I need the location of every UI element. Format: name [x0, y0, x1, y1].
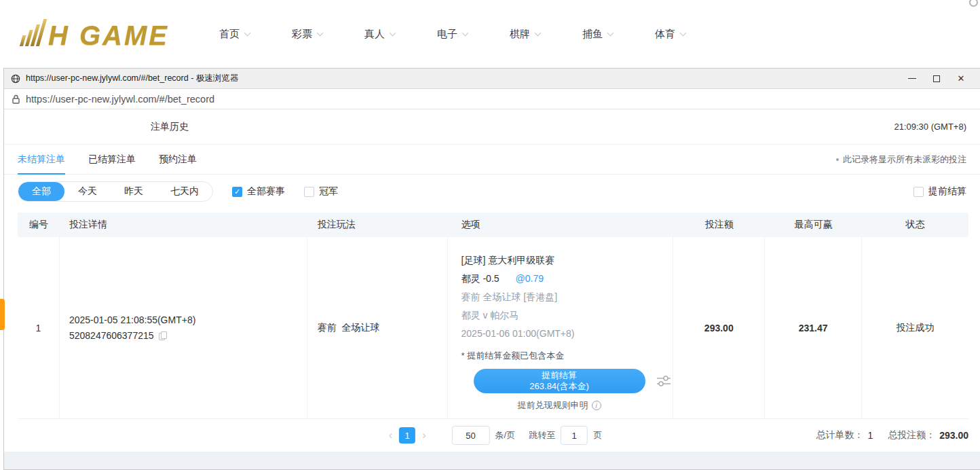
tab-label: 预约注单 [159, 153, 197, 166]
date-filter-today[interactable]: 今天 [64, 182, 111, 201]
nav-label: 电子 [437, 28, 457, 41]
sliders-icon[interactable] [656, 375, 671, 387]
bet-time: 2025-01-05 21:08:55(GMT+8) [69, 314, 195, 325]
checkbox-unchecked-icon[interactable] [304, 187, 314, 197]
site-header: H GAME 首页 彩票 真人 电子 棋牌 捕鱼 体育 [0, 0, 980, 68]
tab-label: 未结算注单 [18, 153, 65, 166]
filter-row: 全部 今天 昨天 七天内 ✓ 全部赛事 冠军 提前结算 [4, 175, 980, 209]
tab-reserved[interactable]: 预约注单 [159, 145, 197, 174]
current-page-button[interactable]: 1 [399, 427, 415, 444]
cell-status: 投注成功 [862, 237, 968, 418]
selection-pick: 都灵 -0.5 [461, 273, 500, 285]
window-controls: ✕ [900, 69, 973, 89]
early-settlement-label: 提前结算 [928, 185, 966, 198]
col-header-detail: 投注详情 [60, 219, 307, 231]
prev-page-button[interactable]: ‹ [382, 429, 399, 441]
logo-text: H GAME [48, 22, 169, 49]
cashout-button[interactable]: 提前结算 263.84(含本金) [474, 369, 645, 393]
cell-amount: 293.00 [673, 237, 765, 418]
tabs-row: 未结算注单 已结算注单 预约注单 此记录将显示所有未派彩的投注 [4, 145, 980, 175]
close-button[interactable]: ✕ [949, 69, 973, 89]
url-text: https://user-pc-new.jylywl.com/#/bet_rec… [26, 94, 214, 105]
logo-bars-icon [19, 19, 48, 49]
col-header-play: 投注玩法 [307, 219, 448, 231]
chevron-down-icon [317, 29, 324, 36]
bottom-strip [4, 452, 980, 469]
nav-item-fishing[interactable]: 捕鱼 [582, 28, 613, 41]
bets-table: 编号 投注详情 投注玩法 选项 投注额 最高可赢 状态 1 2025-01-05… [4, 209, 980, 419]
total-amount-value: 293.00 [939, 430, 968, 441]
date-filter-yesterday[interactable]: 昨天 [111, 182, 157, 201]
col-header-status: 状态 [862, 219, 968, 231]
bet-id-line: 5208247606377215 [69, 330, 166, 341]
copy-icon[interactable] [159, 331, 166, 340]
selection-league: [足球] 意大利甲级联赛 [461, 255, 673, 267]
chevron-down-icon [607, 29, 614, 36]
table-header-row: 编号 投注详情 投注玩法 选项 投注额 最高可赢 状态 [18, 213, 968, 237]
page-unit-label: 页 [593, 429, 602, 441]
corner-circle-icon [969, 0, 978, 7]
checkbox-unchecked-icon[interactable] [913, 187, 924, 197]
close-icon: ✕ [958, 73, 965, 84]
chevron-down-icon [535, 29, 542, 36]
col-header-selection: 选项 [448, 219, 674, 231]
brand-logo[interactable]: H GAME [23, 19, 169, 49]
cashout-rules-link[interactable]: 提前兑现规则申明 i [474, 399, 645, 412]
selection-market: 赛前 全场让球 [香港盘] [461, 291, 673, 304]
browser-titlebar[interactable]: https://user-pc-new.jylywl.com/#/bet_rec… [4, 69, 980, 89]
next-page-button[interactable]: › [415, 429, 432, 441]
address-bar[interactable]: https://user-pc-new.jylywl.com/#/bet_rec… [4, 89, 980, 109]
bet-id: 5208247606377215 [69, 330, 154, 341]
side-floating-tag[interactable] [0, 299, 5, 330]
browser-window: https://user-pc-new.jylywl.com/#/bet_rec… [3, 68, 980, 470]
all-events-checkbox-group[interactable]: ✓ 全部赛事 [232, 185, 285, 198]
totals-summary: 总计单数： 1 总投注额： 293.00 [816, 429, 980, 441]
tab-unsettled[interactable]: 未结算注单 [18, 145, 65, 174]
jump-page-input[interactable] [561, 426, 588, 445]
cell-selection: [足球] 意大利甲级联赛 都灵 -0.5 @0.79 赛前 全场让球 [香港盘]… [448, 237, 674, 418]
date-filter-all[interactable]: 全部 [18, 182, 64, 201]
tabs-note: 此记录将显示所有未派彩的投注 [836, 153, 966, 166]
nav-label: 首页 [219, 28, 240, 41]
cell-play: 赛前 全场让球 [307, 237, 448, 418]
nav-label: 棋牌 [510, 28, 530, 41]
lock-icon [12, 94, 20, 104]
col-header-amount: 投注额 [673, 219, 765, 231]
date-filter-group: 全部 今天 昨天 七天内 [18, 181, 213, 202]
jump-to-label: 跳转至 [529, 429, 555, 441]
cashout-wrap: 提前结算 263.84(含本金) [474, 369, 673, 393]
early-settlement-checkbox-group[interactable]: 提前结算 [913, 185, 966, 198]
window-title: https://user-pc-new.jylywl.com/#/bet_rec… [26, 73, 238, 84]
nav-item-cards[interactable]: 棋牌 [510, 28, 540, 41]
champion-checkbox-group[interactable]: 冠军 [304, 185, 338, 198]
checkbox-checked-icon[interactable]: ✓ [232, 187, 242, 197]
page-header: 注单历史 21:09:30 (GMT+8) [4, 109, 980, 145]
page-size-input[interactable] [452, 426, 490, 445]
col-header-no: 编号 [18, 219, 60, 231]
pagination-row: ‹ 1 › 条/页 跳转至 页 总计单数： 1 总投注额： 293.00 [4, 419, 980, 452]
info-icon[interactable]: i [592, 401, 601, 410]
maximize-button[interactable] [924, 69, 949, 89]
nav-item-live[interactable]: 真人 [364, 28, 395, 41]
main-nav: 首页 彩票 真人 电子 棋牌 捕鱼 体育 [219, 28, 685, 41]
minimize-button[interactable] [900, 69, 924, 89]
chevron-down-icon [680, 29, 687, 36]
chevron-down-icon [390, 29, 396, 36]
pagination-center: ‹ 1 › 条/页 跳转至 页 [382, 426, 602, 445]
nav-item-home[interactable]: 首页 [219, 28, 250, 41]
nav-label: 体育 [655, 28, 675, 41]
tab-label: 已结算注单 [88, 153, 136, 166]
tab-settled[interactable]: 已结算注单 [88, 145, 136, 174]
selection-odds: @0.79 [516, 273, 544, 285]
date-filter-7days[interactable]: 七天内 [157, 182, 212, 201]
globe-favicon-icon [11, 74, 20, 84]
nav-item-lottery[interactable]: 彩票 [292, 28, 322, 41]
nav-label: 真人 [364, 28, 385, 41]
cashout-button-amount: 263.84(含本金) [529, 381, 588, 392]
chevron-down-icon [244, 29, 251, 36]
cashout-rules-text: 提前兑现规则申明 [518, 399, 588, 412]
chevron-down-icon [462, 29, 469, 36]
nav-item-slots[interactable]: 电子 [437, 28, 468, 41]
nav-label: 彩票 [292, 28, 312, 41]
nav-item-sports[interactable]: 体育 [655, 28, 685, 41]
